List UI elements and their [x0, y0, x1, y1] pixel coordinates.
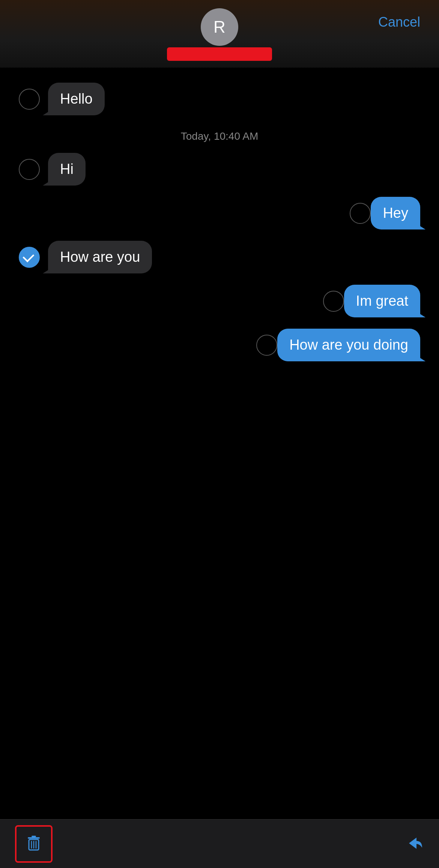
bubble-msg6: How are you doing [277, 329, 420, 361]
bubble-msg5: Im great [344, 285, 420, 317]
cancel-button[interactable]: Cancel [378, 14, 420, 30]
select-circle-msg2[interactable] [19, 159, 40, 180]
svg-rect-0 [28, 837, 40, 839]
bubble-msg1: Hello [48, 83, 105, 115]
avatar: R [201, 8, 238, 46]
messages-container: Hello Today, 10:40 AM Hi Hey How are you… [0, 68, 439, 819]
share-icon [401, 849, 424, 856]
share-button[interactable] [401, 832, 424, 856]
bubble-msg4: How are you [48, 241, 152, 273]
table-row: Hey [19, 197, 420, 229]
bubble-msg3: Hey [371, 197, 420, 229]
select-circle-msg6[interactable] [256, 335, 277, 356]
select-circle-msg4[interactable] [19, 247, 40, 268]
trash-icon [24, 833, 44, 854]
table-row: Im great [19, 285, 420, 317]
bottom-toolbar [0, 819, 439, 868]
delete-button[interactable] [15, 825, 53, 863]
select-circle-msg5[interactable] [323, 291, 344, 312]
timestamp: Today, 10:40 AM [19, 130, 420, 142]
table-row: Hello [19, 83, 420, 115]
select-circle-msg3[interactable] [350, 203, 371, 224]
contact-name [167, 47, 272, 61]
svg-rect-1 [32, 836, 36, 837]
table-row: How are you doing [19, 329, 420, 361]
select-circle-msg1[interactable] [19, 89, 40, 110]
table-row: How are you [19, 241, 420, 273]
table-row: Hi [19, 153, 420, 186]
header: R Cancel [0, 0, 439, 68]
bubble-msg2: Hi [48, 153, 86, 186]
